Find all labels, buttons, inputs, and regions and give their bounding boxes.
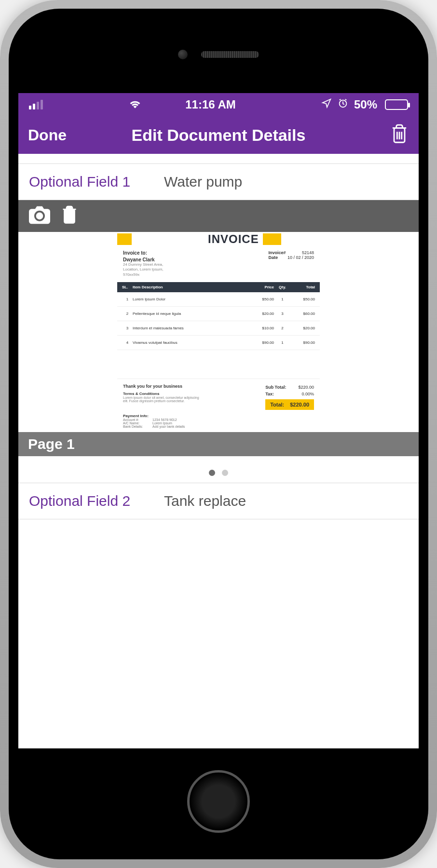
invoice-table-header: SL. Item Description Price Qty. Total [117, 282, 320, 292]
invoice-number: 52148 [302, 250, 314, 255]
invoice-to-address: 24 Dummy Street Area, Location, Lorem Ip… [123, 262, 164, 277]
delete-document-button[interactable] [390, 123, 409, 147]
field-value: Tank replace [164, 493, 246, 509]
invoice-row: 2Pellentesque id neque ligula$20.003$60.… [117, 307, 320, 321]
invoice-date-label: Date [268, 255, 278, 260]
invoice-to-label: Invoice to: [123, 250, 164, 256]
field-label: Optional Field 2 [29, 493, 164, 509]
wifi-icon [128, 98, 142, 111]
phone-frame: 11:16 AM 50% [0, 0, 437, 868]
page-dot-2[interactable] [222, 470, 228, 476]
invoice-thankyou: Thank you for your business [123, 384, 200, 389]
invoice-tax-label: Tax: [265, 392, 274, 396]
invoice-terms-label: Terms & Conditions [123, 392, 200, 396]
done-button[interactable]: Done [28, 126, 67, 144]
page-title: Edit Document Details [18, 126, 419, 145]
signal-icon [29, 100, 43, 109]
document-preview[interactable]: INVOICE Invoice to: Dwyane Clark 24 Dumm… [18, 232, 419, 432]
invoice-row: 4Vivamus volutpat faucibus$90.001$90.00 [117, 336, 320, 350]
page-indicator-bar: Page 1 [18, 432, 419, 456]
alarm-icon [338, 98, 348, 111]
camera-button[interactable] [29, 206, 50, 226]
battery-icon [385, 99, 408, 110]
invoice-payment-row: Bank Details:Add your bank details [123, 425, 314, 428]
phone-bezel: 11:16 AM 50% [9, 9, 428, 859]
page-label: Page 1 [28, 436, 75, 452]
invoice-document: INVOICE Invoice to: Dwyane Clark 24 Dumm… [117, 232, 320, 432]
battery-percent: 50% [354, 98, 377, 111]
field-value: Water pump [164, 174, 242, 190]
invoice-date: 10 / 02 / 2020 [287, 255, 314, 260]
invoice-terms-text: Lorem ipsum dolor sit amet, consectetur … [123, 396, 200, 403]
invoice-payment-row: Account #:1234 5678 9012 [123, 418, 314, 421]
invoice-row: 1Lorem Ipsum Dolor$50.001$50.00 [117, 292, 320, 307]
home-button[interactable] [187, 770, 250, 833]
optional-field-2-row[interactable]: Optional Field 2 Tank replace [18, 483, 419, 519]
delete-image-button[interactable] [61, 205, 78, 227]
invoice-tax: 0.00% [301, 392, 314, 396]
status-time: 11:16 AM [185, 98, 235, 111]
page-dot-1[interactable] [209, 470, 215, 476]
nav-header: Done Edit Document Details [18, 116, 419, 154]
invoice-row: 3Interdum et malesuada fames$10.002$20.0… [117, 321, 320, 336]
status-bar: 11:16 AM 50% [18, 93, 419, 116]
invoice-total-row: Total:$220.00 [265, 399, 314, 410]
invoice-subtotal-label: Sub Total: [265, 385, 286, 390]
invoice-payment-row: A/C Name:Lorem Ipsum [123, 421, 314, 425]
page-dots[interactable] [18, 456, 419, 483]
phone-speaker [178, 50, 259, 59]
optional-field-1-row[interactable]: Optional Field 1 Water pump [18, 163, 419, 200]
field-label: Optional Field 1 [29, 174, 164, 190]
invoice-to-name: Dwyane Clark [123, 257, 164, 262]
invoice-number-label: Invoice# [268, 250, 286, 255]
invoice-title: INVOICE [204, 232, 263, 246]
location-icon [321, 98, 332, 111]
screen: 11:16 AM 50% [18, 93, 419, 748]
invoice-subtotal: $220.00 [298, 385, 314, 390]
image-toolbar [18, 200, 419, 232]
invoice-payment-label: Payment Info: [123, 414, 149, 418]
